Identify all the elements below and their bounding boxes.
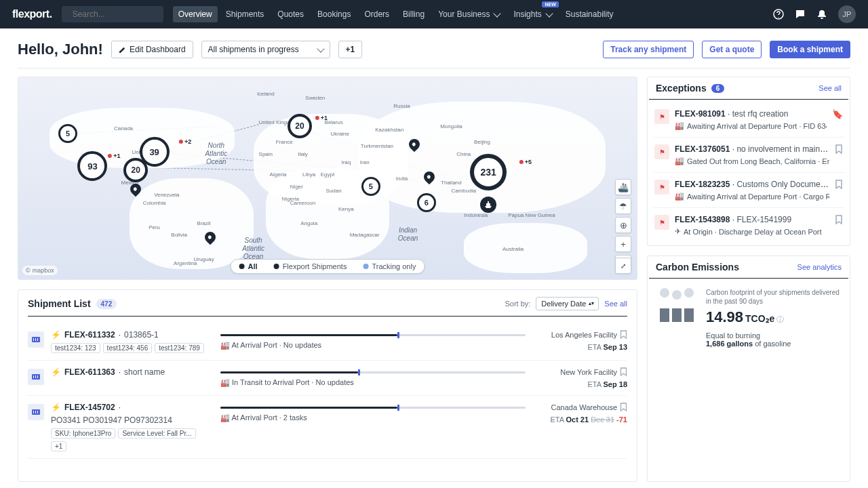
edit-dashboard-button[interactable]: Edit Dashboard [111,41,193,58]
bookmark-icon[interactable] [835,180,843,201]
book-shipment-button[interactable]: Book a shipment [770,41,850,58]
exception-row[interactable]: ⚑FLEX-1543898 · FLEX-1541999✈ At Origin … [653,208,844,243]
nav-item-quotes[interactable]: Quotes [272,6,309,22]
nav-item-sustainability[interactable]: Sustainability [560,6,619,22]
container-icon [28,369,44,385]
map-cluster[interactable]: 5 [58,124,77,143]
country-label: Kenya [338,205,354,211]
exceptions-count-badge: 6 [711,84,725,93]
shipment-filter-select[interactable]: All shipments in progress [201,41,330,58]
nav-item-orders[interactable]: Orders [359,6,395,22]
shipment-row[interactable]: ⚡ FLEX-145702 · PO3341 PO301947 PO973023… [28,396,627,459]
country-label: Bolivia [171,232,187,238]
eta: ETA Sep 13 [532,343,627,351]
progress-bar [220,371,526,373]
nav-item-shipments[interactable]: Shipments [220,6,270,22]
tag: test1234: 123 [51,343,100,353]
sort-label: Sort by: [505,300,530,308]
legend-item[interactable]: Tracking only [355,260,424,273]
get-quote-button[interactable]: Get a quote [702,41,762,58]
shipment-row[interactable]: ⚡ FLEX-611363 · short name🏭 In Transit t… [28,361,627,396]
sort-value: Delivery Date [541,300,586,308]
nav-item-billing[interactable]: Billing [397,6,430,22]
map-layer-weather-icon[interactable]: ☂ [615,198,631,214]
legend-item[interactable]: Flexport Shipments [266,260,355,273]
country-label: Thailand [441,179,462,185]
country-label: Madagascar [350,232,380,238]
bookmark-icon[interactable] [835,215,843,236]
carbon-gallons: 1,686 gallons of gasoline [706,340,842,348]
country-label: Algeria [270,171,287,178]
country-label: Brazil [197,220,211,226]
bookmark-icon[interactable] [835,144,843,165]
map-cluster[interactable]: 20 [288,114,312,138]
map-cluster[interactable]: 231 [470,154,507,190]
svg-rect-3 [33,338,34,341]
map-cluster[interactable]: 6 [417,193,436,212]
shipments-see-all-link[interactable]: See all [604,300,627,308]
legend-item[interactable]: All [231,260,266,273]
shipment-count-badge: 472 [96,299,117,309]
country-label: Sweden [305,94,325,100]
country-label: Papua New Guinea [508,211,555,218]
country-label: Uruguay [193,256,214,262]
map-ship-icon[interactable] [480,197,496,213]
svg-rect-11 [33,411,34,413]
shipment-filter-label: All shipments in progress [208,45,299,54]
exception-row[interactable]: ⚑FLEX-1376051 · no involvement in main f… [653,138,844,173]
country-label: Libya [302,171,315,178]
country-label: Canada [114,125,133,131]
carbon-see-analytics-link[interactable]: See analytics [797,263,842,271]
status-line: 🏭 At Arrival Port · 2 tasks [220,413,526,422]
avatar[interactable]: JP [838,5,856,23]
svg-rect-8 [35,375,36,378]
eta: ETA Oct 21 Dec 31 -71 [532,415,627,424]
map-cluster[interactable]: 39 [140,137,170,167]
exception-row[interactable]: ⚑FLEX-981091 · test rfq creation🏭 Awaiti… [653,102,844,138]
bell-icon[interactable] [816,9,827,20]
exceptions-see-all-link[interactable]: See all [818,84,842,92]
page-header: Hello, John! Edit Dashboard All shipment… [18,41,850,68]
country-label: Sudan [326,187,342,193]
map-cluster[interactable]: 5 [361,177,380,196]
world-map[interactable]: © mapbox 🚢 ☂ ⊕ + − AllFlexport Shipments… [18,77,637,280]
nav-item-insights[interactable]: InsightsNEW [508,6,557,22]
sort-select[interactable]: Delivery Date ▴▾ [536,297,599,310]
bookmark-icon[interactable]: 🔖 [832,109,843,130]
ocean-label: IndianOcean [398,226,418,243]
map-expand-icon[interactable]: ⤢ [615,258,631,274]
nav-item-overview[interactable]: Overview [173,6,218,22]
nav-item-your-business[interactable]: Your Business [433,6,505,22]
edit-dashboard-label: Edit Dashboard [130,45,186,54]
help-icon[interactable] [773,9,784,20]
country-label: Mongolia [440,123,462,129]
country-label: Spain [259,151,273,157]
search-input[interactable] [73,9,174,19]
country-label: Venezuela [154,191,179,197]
add-widget-button[interactable]: +1 [338,41,363,58]
country-label: Ukraine [330,131,349,137]
chat-icon[interactable] [795,9,806,20]
country-label: Egypt [321,171,334,178]
country-label: Turkmenistan [361,143,393,149]
country-label: Iraq [341,159,351,165]
shipment-row[interactable]: ⚡ FLEX-611332 · 013865-1test1234: 123tes… [28,323,627,361]
exception-row[interactable]: ⚑FLEX-1823235 · Customs Only Document Te… [653,173,844,208]
track-shipment-button[interactable]: Track any shipment [603,41,694,58]
map-badge: +2 [179,138,191,145]
svg-rect-9 [37,375,38,378]
exceptions-panel: Exceptions 6 See all ⚑FLEX-981091 · test… [647,77,850,246]
svg-rect-4 [35,338,36,341]
map-layer-ship-icon[interactable]: 🚢 [615,179,631,195]
map-cluster[interactable]: 93 [77,151,107,181]
tag: Service Level: Fall Pr... [118,428,195,439]
container-icon [28,331,44,348]
ocean-label: NorthAtlanticOcean [205,142,227,166]
nav-item-bookings[interactable]: Bookings [312,6,356,22]
search-box[interactable] [62,6,163,22]
status-line: 🏭 At Arrival Port · No updates [220,341,526,350]
map-globe-icon[interactable]: ⊕ [615,217,631,233]
country-label: Cameroon [290,199,315,205]
map-zoom-in-icon[interactable]: + [615,236,631,252]
country-label: Iceland [257,90,275,96]
